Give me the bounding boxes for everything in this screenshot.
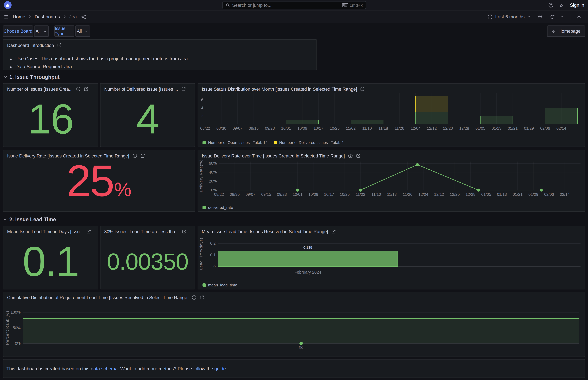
svg-text:10/01: 10/01 <box>293 192 303 197</box>
search-icon <box>226 3 230 7</box>
time-range-picker[interactable]: Last 6 months <box>485 13 533 21</box>
external-link-icon[interactable] <box>182 229 187 234</box>
stat-value: 25% <box>3 159 194 211</box>
svg-text:100%: 100% <box>11 310 20 315</box>
external-link-icon[interactable] <box>86 229 91 234</box>
menu-icon[interactable] <box>4 14 9 19</box>
help-icon[interactable] <box>548 2 553 8</box>
grafana-logo[interactable] <box>4 1 12 9</box>
breadcrumb-dashboards[interactable]: Dashboards <box>35 14 60 19</box>
delivery-rate-chart[interactable]: 0%20%40%60%08/2208/3009/0709/1509/2310/0… <box>198 159 585 203</box>
share-icon[interactable] <box>81 14 86 19</box>
external-link-icon[interactable] <box>331 229 336 234</box>
external-link-icon[interactable] <box>83 87 88 92</box>
info-icon[interactable] <box>76 87 80 92</box>
panel-title[interactable]: Cumulative Distribution of Requirement L… <box>7 295 188 300</box>
sign-in-button[interactable]: Sign in <box>570 2 584 8</box>
svg-text:11/26: 11/26 <box>395 126 404 131</box>
chevron-down-icon <box>84 29 89 33</box>
external-link-icon[interactable] <box>356 153 361 158</box>
cumulative-distribution-chart[interactable]: 0%50%100%Percent Rank (%)0d <box>3 300 585 357</box>
svg-text:40%: 40% <box>209 170 217 174</box>
breadcrumb: Home Dashboards Jira <box>13 14 86 19</box>
panel-title[interactable]: Mean Issue Lead Time [Issues Resolved in… <box>202 229 328 234</box>
breadcrumb-home[interactable]: Home <box>13 14 25 19</box>
mean-lead-time-chart[interactable]: 00.10.2Lead Time(days)0.135February 2024 <box>198 234 585 281</box>
news-icon[interactable] <box>559 2 564 8</box>
dashboard-canvas: Choose Board All Issue Type All Homepage… <box>0 23 588 380</box>
issue-type-label[interactable]: Issue Type <box>55 25 74 37</box>
legend-item[interactable]: Number of Open IssuesTotal: 12 <box>202 140 267 145</box>
external-link-icon[interactable] <box>57 43 62 48</box>
info-icon[interactable] <box>132 153 137 158</box>
panel-title[interactable]: Number of Issues [Issues Crea... <box>7 86 73 92</box>
chevron-down-icon <box>43 29 47 33</box>
legend-item[interactable]: Number of Delivered IssuesTotal: 4 <box>274 140 343 145</box>
svg-text:09/23: 09/23 <box>265 126 275 131</box>
section-issue-lead-time[interactable]: 2. Issue Lead Time <box>3 216 56 222</box>
svg-text:11/18: 11/18 <box>387 192 397 197</box>
legend-item[interactable]: delivered_rate <box>202 205 233 209</box>
chevron-down-icon <box>3 75 7 79</box>
search-input[interactable]: Search or jump to... cmd+k <box>223 1 366 9</box>
panel-title[interactable]: Dashboard Introduction <box>7 43 54 48</box>
guide-link[interactable]: guide <box>214 366 226 372</box>
data-schema-link[interactable]: data schema <box>91 366 118 372</box>
svg-text:4: 4 <box>201 106 203 110</box>
panel-title[interactable]: Issue Delivery Rate over Time [Issues Cr… <box>202 153 345 158</box>
svg-text:Percent Rank (%): Percent Rank (%) <box>5 311 10 345</box>
info-icon[interactable] <box>348 153 353 158</box>
time-range-label: Last 6 months <box>495 14 525 19</box>
panel-title[interactable]: Mean Issue Lead Time in Days [Issu... <box>7 229 83 234</box>
section-issue-throughput[interactable]: 1. Issue Throughput <box>3 74 60 80</box>
external-link-icon[interactable] <box>181 87 186 92</box>
toolbar-row: Home Dashboards Jira Last 6 months <box>0 10 588 23</box>
svg-text:12/04: 12/04 <box>411 126 420 131</box>
intro-body: Use Cases: This dashboard shows the basi… <box>3 48 317 69</box>
chevron-down-icon <box>560 15 564 19</box>
svg-text:02/14: 02/14 <box>560 192 570 197</box>
svg-text:10/17: 10/17 <box>324 192 334 197</box>
svg-text:0%: 0% <box>15 341 20 346</box>
external-link-icon[interactable] <box>360 87 365 92</box>
svg-text:11/10: 11/10 <box>371 192 381 197</box>
panel-title[interactable]: Number of Delivered Issue [Issues ... <box>104 86 178 92</box>
svg-text:01/29: 01/29 <box>528 192 538 197</box>
svg-text:12/12: 12/12 <box>434 192 444 197</box>
collapse-topbar-button[interactable] <box>574 13 584 21</box>
panel-title[interactable]: Issue Status Distribution over Month [Is… <box>202 86 357 92</box>
status-distribution-chart[interactable]: 24608/2208/3009/0709/1509/2310/0110/0910… <box>198 92 585 136</box>
chevron-down-icon <box>527 15 531 19</box>
legend-item[interactable]: mean_lead_time <box>202 283 237 287</box>
homepage-button[interactable]: Homepage <box>547 25 585 37</box>
svg-text:08/22: 08/22 <box>200 126 210 131</box>
divider <box>570 13 570 20</box>
external-link-icon[interactable] <box>199 295 204 300</box>
footer-text: This dashboard is created based on this … <box>3 360 585 372</box>
chevron-up-icon <box>576 14 582 19</box>
svg-text:02/14: 02/14 <box>556 126 566 131</box>
zoom-out-icon <box>538 14 543 19</box>
info-icon[interactable] <box>191 295 196 300</box>
svg-text:01/21: 01/21 <box>513 192 523 197</box>
issue-type-select[interactable]: All <box>76 25 90 37</box>
chevron-right-icon <box>62 15 67 19</box>
svg-text:20%: 20% <box>209 179 217 183</box>
external-link-icon[interactable] <box>140 153 145 158</box>
panel-title[interactable]: 80% Issues' Lead Time are less tha... <box>104 229 179 234</box>
zoom-out-button[interactable] <box>535 13 546 21</box>
svg-text:0: 0 <box>213 264 215 269</box>
search-shortcut: cmd+k <box>342 3 363 7</box>
stat-panel-number-of-issues: Number of Issues [Issues Crea... 16 <box>3 83 98 147</box>
stat-panel-mean-lead-time: Mean Issue Lead Time in Days [Issu... 0.… <box>3 226 98 289</box>
svg-text:08/30: 08/30 <box>230 192 240 197</box>
svg-text:February 2024: February 2024 <box>294 270 321 274</box>
refresh-interval-dropdown[interactable] <box>559 13 567 20</box>
search-placeholder: Search or jump to... <box>232 2 271 8</box>
refresh-button[interactable] <box>547 13 558 21</box>
choose-board-label[interactable]: Choose Board <box>3 25 33 37</box>
svg-text:08/22: 08/22 <box>214 192 224 197</box>
refresh-icon <box>550 14 555 19</box>
board-select[interactable]: All <box>34 25 49 37</box>
svg-text:09/07: 09/07 <box>246 192 255 197</box>
